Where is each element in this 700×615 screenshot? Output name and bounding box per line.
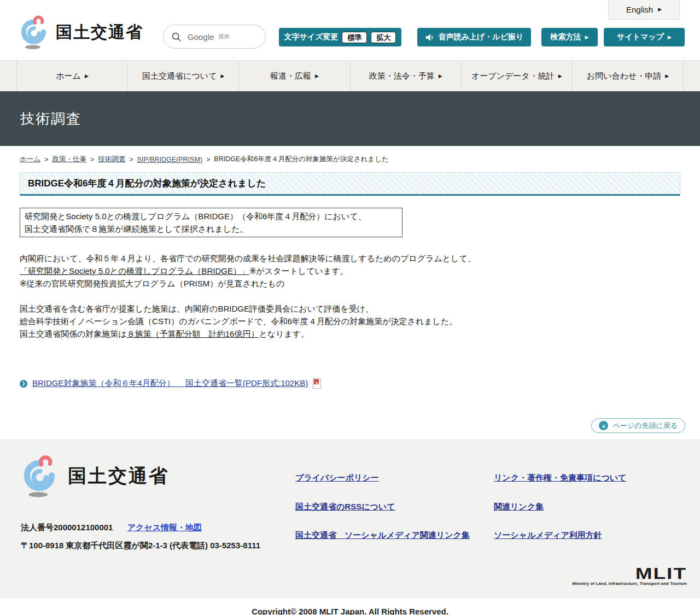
breadcrumb-link-home[interactable]: ホーム xyxy=(20,155,40,164)
arrow-right-icon: ▶ xyxy=(668,35,672,40)
nav-item-policy[interactable]: 政策・法令・予算 ▶ xyxy=(350,61,461,91)
bridge-program-link[interactable]: 「研究開発とSociety 5.0との橋渡しプログラム（BRIDGE）」 xyxy=(20,266,249,276)
section-title-band: 技術調査 xyxy=(0,91,700,146)
footer-site-title: 国土交通省 xyxy=(68,464,169,489)
speaker-icon xyxy=(425,33,435,42)
access-map-link[interactable]: アクセス情報・地図 xyxy=(127,523,202,532)
corporate-number-row: 法人番号2000012100001 アクセス情報・地図 xyxy=(21,523,202,533)
copyright-text: Copyright© 2008 MLIT Japan. All Rights R… xyxy=(252,607,448,615)
breadcrumb-current: BRIDGE令和6年度４月配分の対象施策が決定されました xyxy=(214,155,388,164)
mlit-symbol-icon xyxy=(21,454,60,498)
summary-box: 研究開発とSociety 5.0との橋渡しプログラム（BRIDGE）（令和6年度… xyxy=(20,208,402,237)
corporate-number: 法人番号2000012100001 xyxy=(21,523,113,532)
footer-link-social-policy[interactable]: ソーシャルメディア利用方針 xyxy=(494,530,602,541)
nav-item-contact[interactable]: お問い合わせ・申請 ▶ xyxy=(572,61,684,91)
p1-text: 内閣府において、令和５年４月より、各省庁での研究開発の成果を社会課題解決等に橋渡… xyxy=(20,254,476,263)
mlit-wordmark-text: MLIT xyxy=(572,566,687,580)
sitemap-button[interactable]: サイトマップ ▶ xyxy=(604,28,685,46)
arrow-right-icon: ▶ xyxy=(85,73,89,79)
back-to-top-button[interactable]: ▲ ページの先頭に戻る xyxy=(591,418,685,433)
search-icon xyxy=(172,32,181,42)
nav-item-home[interactable]: ホーム ▶ xyxy=(16,61,127,91)
budget-link[interactable]: ８施策（予算配分額 計約16億円） xyxy=(127,329,259,338)
footer-link-rss[interactable]: 国土交通省のRSSについて xyxy=(295,502,395,512)
breadcrumb-link-tech[interactable]: 技術調査 xyxy=(98,155,125,164)
p1-after-text: ※がスタートしています。 xyxy=(249,266,348,276)
site-logo[interactable]: 国土交通省 xyxy=(19,15,143,50)
font-size-label: 文字サイズ変更 xyxy=(284,32,339,42)
p2-line-3-post: となります。 xyxy=(259,329,309,338)
nav-label: オープンデータ・統計 xyxy=(471,71,555,81)
summary-line-1: 研究開発とSociety 5.0との橋渡しプログラム（BRIDGE）（令和6年度… xyxy=(25,212,366,221)
mlit-symbol-icon xyxy=(19,15,50,50)
copyright-bar: Copyright© 2008 MLIT Japan. All Rights R… xyxy=(0,599,700,615)
global-nav: ホーム ▶ 国土交通省について ▶ 報道・広報 ▶ 政策・法令・予算 ▶ オープ… xyxy=(0,60,700,91)
p2-line-1: 国土交通省を含む各省庁が提案した施策は、内閣府のBRIDGE評価委員会において評… xyxy=(20,304,374,313)
breadcrumb-link-sip-bridge[interactable]: SIP/BRIDGE(PRISM) xyxy=(137,156,202,163)
arrow-right-icon: ▶ xyxy=(585,35,589,40)
arrow-right-icon: ▶ xyxy=(221,73,225,79)
font-standard-button[interactable]: 標準 xyxy=(342,32,367,43)
paragraph-1: 内閣府において、令和５年４月より、各省庁での研究開発の成果を社会課題解決等に橋渡… xyxy=(20,252,680,290)
arrow-right-icon: ▶ xyxy=(658,7,662,12)
back-to-top-row: ▲ ページの先頭に戻る xyxy=(0,389,700,440)
p1-note: ※従来の官民研究開発投資拡大プログラム（PRISM）が見直されたもの xyxy=(20,279,284,288)
p2-line-2: 総合科学技術イノベーション会議（CSTI）のガバニングボードで、令和6年度４月配… xyxy=(20,317,457,326)
back-to-top-label: ページの先頭に戻る xyxy=(612,421,678,431)
breadcrumb: ホーム > 政策・仕事 > 技術調査 > SIP/BRIDGE(PRISM) >… xyxy=(20,146,680,164)
breadcrumb-separator: > xyxy=(44,156,48,163)
font-large-button[interactable]: 拡大 xyxy=(371,32,396,43)
tts-button[interactable]: 音声読み上げ・ルビ振り xyxy=(417,28,531,46)
site-footer: 国土交通省 法人番号2000012100001 アクセス情報・地図 〒100-8… xyxy=(0,440,700,599)
arrow-right-icon: ▶ xyxy=(665,73,669,79)
search-help-label: 検索方法 xyxy=(551,32,581,42)
nav-item-about[interactable]: 国土交通省について ▶ xyxy=(127,61,238,91)
page-title: BRIDGE令和6年度４月配分の対象施策が決定されました xyxy=(20,172,680,196)
arrow-right-circle-icon: ❯ xyxy=(20,380,27,388)
search-help-button[interactable]: 検索方法 ▶ xyxy=(541,28,598,46)
footer-logo: 国土交通省 xyxy=(21,454,169,498)
section-title: 技術調査 xyxy=(20,109,81,128)
bridge-pdf-link[interactable]: BRIDGE対象施策（令和６年4月配分） 国土交通省一覧(PDF形式:102KB… xyxy=(32,378,308,389)
nav-label: お問い合わせ・申請 xyxy=(587,71,661,81)
nav-label: 国土交通省について xyxy=(142,71,217,81)
arrow-right-icon: ▶ xyxy=(558,73,562,79)
arrow-up-circle-icon: ▲ xyxy=(599,421,608,430)
sitemap-label: サイトマップ xyxy=(617,32,664,42)
nav-item-press[interactable]: 報道・広報 ▶ xyxy=(238,61,349,91)
nav-item-opendata[interactable]: オープンデータ・統計 ▶ xyxy=(461,61,572,91)
site-title: 国土交通省 xyxy=(56,21,143,44)
footer-link-privacy[interactable]: プライバシーポリシー xyxy=(295,473,379,483)
breadcrumb-separator: > xyxy=(206,156,210,163)
search-provider-label: 提供 xyxy=(218,33,229,40)
paragraph-2: 国土交通省を含む各省庁が提案した施策は、内閣府のBRIDGE評価委員会において評… xyxy=(20,302,680,340)
footer-link-related[interactable]: 関連リンク集 xyxy=(494,502,544,512)
arrow-right-icon: ▶ xyxy=(439,73,442,79)
search-input[interactable]: Google 提供 xyxy=(163,25,266,49)
footer-link-copyright-disclaimer[interactable]: リンク・著作権・免責事項について xyxy=(494,473,626,483)
main-content: ホーム > 政策・仕事 > 技術調査 > SIP/BRIDGE(PRISM) >… xyxy=(0,146,700,389)
search-placeholder: Google xyxy=(188,32,214,42)
english-button[interactable]: English ▶ xyxy=(608,0,680,20)
breadcrumb-link-policy[interactable]: 政策・仕事 xyxy=(52,155,86,164)
summary-line-2: 国土交通省関係で８施策が継続施策として採択されました。 xyxy=(25,224,248,233)
breadcrumb-separator: > xyxy=(90,156,94,163)
site-header: English ▶ 国土交通省 Google 提供 文字サイズ変更 標準 拡大 … xyxy=(0,0,700,60)
tts-label: 音声読み上げ・ルビ振り xyxy=(439,32,524,42)
arrow-right-icon: ▶ xyxy=(315,73,319,79)
font-size-button[interactable]: 文字サイズ変更 標準 拡大 xyxy=(279,28,401,46)
p2-line-3-pre: 国土交通省関係の対象施策は xyxy=(20,329,127,338)
english-label: English xyxy=(626,5,653,14)
pdf-link-row: ❯ BRIDGE対象施策（令和６年4月配分） 国土交通省一覧(PDF形式:102… xyxy=(20,378,680,389)
nav-label: ホーム xyxy=(56,71,81,81)
breadcrumb-separator: > xyxy=(129,156,133,163)
footer-address: 〒100-8918 東京都千代田区霞が関2-1-3 (代表電話) 03-5253… xyxy=(21,541,260,551)
nav-label: 報道・広報 xyxy=(270,71,311,81)
mlit-wordmark: MLIT Ministry of Land, Infrastructure, T… xyxy=(572,564,687,586)
pdf-icon xyxy=(313,378,321,389)
footer-link-social-links[interactable]: 国土交通省 ソーシャルメディア関連リンク集 xyxy=(295,530,470,541)
nav-label: 政策・法令・予算 xyxy=(369,71,435,81)
